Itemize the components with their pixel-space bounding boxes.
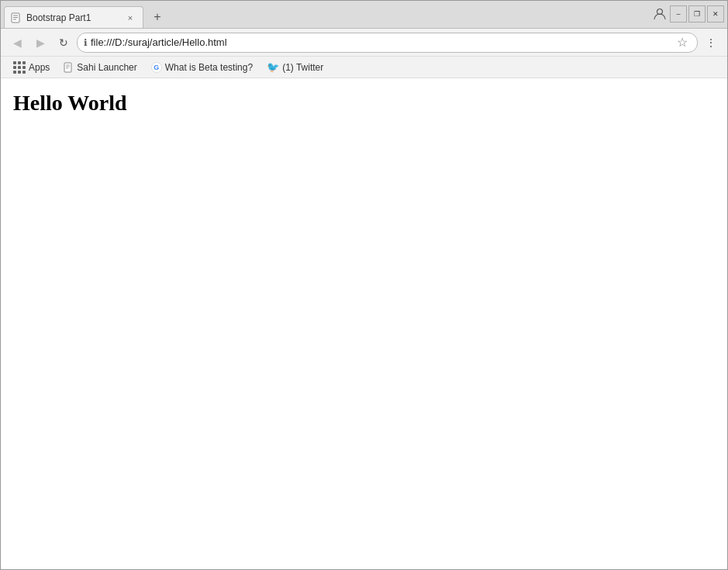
user-icon xyxy=(653,7,667,21)
page-icon xyxy=(64,62,74,73)
bookmark-sahi[interactable]: Sahi Launcher xyxy=(57,59,143,76)
browser-tab[interactable]: Bootstrap Part1 × xyxy=(4,6,143,28)
bookmark-apps[interactable]: Apps xyxy=(7,59,56,76)
svg-rect-5 xyxy=(64,63,71,72)
page-heading: Hello World xyxy=(13,91,715,116)
google-label: What is Beta testing? xyxy=(165,62,253,73)
chrome-menu-button[interactable]: ⋮ xyxy=(701,33,721,53)
lock-icon: ℹ xyxy=(84,37,88,48)
twitter-icon: 🐦 xyxy=(267,61,279,73)
address-bar-container: ℹ ☆ xyxy=(77,33,698,53)
google-icon: G xyxy=(151,62,162,73)
tab-area: Bootstrap Part1 × + xyxy=(4,1,645,28)
new-tab-button[interactable]: + xyxy=(147,6,168,28)
browser-window: Bootstrap Part1 × + – ❐ ✕ ◀ ▶ xyxy=(0,0,728,570)
twitter-label: (1) Twitter xyxy=(282,62,323,73)
tab-page-icon xyxy=(11,12,22,23)
forward-icon: ▶ xyxy=(36,36,45,49)
tab-close-button[interactable]: × xyxy=(124,12,136,24)
window-controls: – ❐ ✕ xyxy=(651,5,724,22)
close-button[interactable]: ✕ xyxy=(707,5,724,22)
tab-title: Bootstrap Part1 xyxy=(26,12,119,23)
reload-button[interactable]: ↻ xyxy=(53,33,74,53)
user-account-button[interactable] xyxy=(651,5,668,22)
forward-button[interactable]: ▶ xyxy=(30,33,50,53)
bookmarks-bar: Apps Sahi Launcher G What is Beta testin… xyxy=(1,57,727,78)
bookmark-twitter[interactable]: 🐦 (1) Twitter xyxy=(260,59,329,76)
sahi-label: Sahi Launcher xyxy=(77,62,136,73)
apps-label: Apps xyxy=(29,62,50,73)
apps-grid-icon xyxy=(13,61,26,74)
navigation-bar: ◀ ▶ ↻ ℹ ☆ ⋮ xyxy=(1,29,727,57)
reload-icon: ↻ xyxy=(59,36,68,49)
back-icon: ◀ xyxy=(13,36,22,49)
bookmark-google[interactable]: G What is Beta testing? xyxy=(145,59,259,76)
page-content: Hello World xyxy=(1,78,727,569)
back-button[interactable]: ◀ xyxy=(7,33,27,53)
title-bar: Bootstrap Part1 × + – ❐ ✕ xyxy=(1,1,727,29)
bookmark-star-button[interactable]: ☆ xyxy=(674,34,691,51)
minimize-button[interactable]: – xyxy=(670,5,687,22)
restore-button[interactable]: ❐ xyxy=(688,5,706,22)
address-input[interactable] xyxy=(91,36,671,48)
